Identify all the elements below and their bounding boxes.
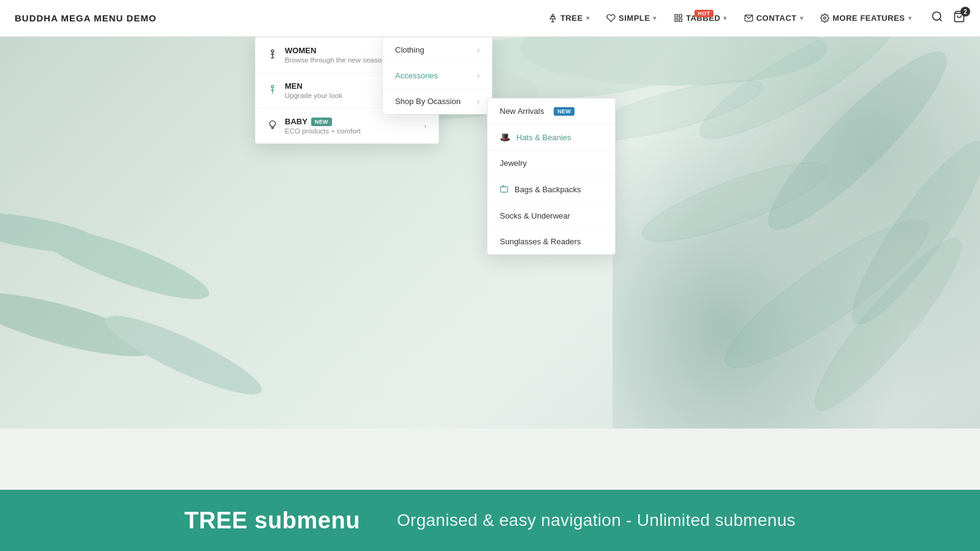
clothing-label: Clothing — [395, 45, 424, 54]
bag-icon — [500, 184, 508, 195]
socks-label: Socks & Underwear — [500, 211, 570, 220]
sunglasses-label: Sunglasses & Readers — [500, 237, 581, 246]
sub-menu-item-clothing[interactable]: Clothing › — [383, 37, 492, 63]
baby-chevron: › — [424, 122, 426, 130]
svg-point-25 — [271, 50, 274, 52]
nav-item-tabbed[interactable]: HOT TABBED ▾ — [666, 9, 734, 28]
gear-icon — [820, 13, 829, 23]
shop-by-occasion-chevron: › — [477, 97, 480, 106]
simple-chevron: ▾ — [653, 15, 657, 21]
simple-label: SIMPLE — [619, 13, 650, 23]
more-features-label: MORE FEATURES — [832, 13, 905, 23]
baby-new-badge: NEW — [311, 118, 332, 126]
nav-item-more-features[interactable]: MORE FEATURES ▾ — [813, 9, 919, 28]
tree-icon — [548, 13, 557, 23]
women-icon — [268, 49, 277, 61]
svg-point-7 — [824, 17, 826, 20]
men-text: MEN Upgrade your look — [285, 81, 342, 99]
baby-icon — [268, 120, 277, 132]
sub-menu-item-accessories[interactable]: Accessories › — [383, 63, 492, 89]
hot-badge: HOT — [695, 10, 714, 17]
men-subtitle: Upgrade your look — [285, 92, 342, 99]
svg-rect-29 — [500, 187, 508, 192]
svg-rect-3 — [679, 15, 682, 17]
sub-menu-level3: New Arrivals NEW 🎩 Hats & Beanies Jewelr… — [487, 98, 616, 255]
grid-icon — [674, 13, 683, 23]
tree-label: TREE — [560, 13, 583, 23]
new-arrivals-label: New Arrivals — [500, 107, 544, 116]
hat-icon: 🎩 — [500, 132, 510, 142]
tabbed-chevron: ▾ — [723, 15, 727, 21]
header-icons: 2 — [931, 10, 965, 26]
cart-icon-button[interactable]: 2 — [953, 10, 965, 26]
more-features-chevron: ▾ — [908, 15, 912, 21]
sub-menu-item-socks-underwear[interactable]: Socks & Underwear — [488, 203, 615, 229]
svg-rect-5 — [679, 19, 682, 21]
nav-item-contact[interactable]: CONTACT ▾ — [737, 9, 811, 28]
contact-chevron: ▾ — [800, 15, 804, 21]
accessories-chevron: › — [477, 72, 480, 80]
baby-title: BABY NEW — [285, 117, 361, 126]
svg-point-8 — [933, 12, 941, 20]
logo: BUDDHA MEGA MENU DEMO — [15, 13, 157, 23]
cart-count: 2 — [960, 7, 970, 17]
hats-beanies-label: Hats & Beanies — [516, 133, 571, 142]
bags-label: Bags & Backpacks — [514, 185, 581, 194]
accessories-label: Accessories — [395, 71, 438, 80]
baby-subtitle: ECO products + comfort — [285, 127, 361, 135]
contact-label: CONTACT — [756, 13, 797, 23]
tree-chevron: ▾ — [586, 15, 590, 21]
sub-menu-item-shop-by-occasion[interactable]: Shop By Ocassion › — [383, 89, 492, 114]
sub-menu-item-new-arrivals[interactable]: New Arrivals NEW — [488, 99, 615, 124]
clothing-chevron: › — [477, 46, 480, 54]
svg-line-9 — [940, 19, 942, 21]
sub-menu-item-hats-beanies[interactable]: 🎩 Hats & Beanies — [488, 124, 615, 151]
shop-by-occasion-label: Shop By Ocassion — [395, 97, 461, 106]
nav: TREE ▾ SIMPLE ▾ HOT TABBED ▾ CONTACT ▾ M… — [541, 9, 919, 28]
sub-menu-item-jewelry[interactable]: Jewelry — [488, 151, 615, 176]
header: BUDDHA MEGA MENU DEMO TREE ▾ SIMPLE ▾ HO… — [0, 0, 980, 37]
men-icon — [268, 84, 277, 97]
mail-icon — [744, 13, 753, 23]
nav-item-simple[interactable]: SIMPLE ▾ — [599, 9, 664, 28]
search-icon-button[interactable] — [931, 10, 943, 26]
jewelry-label: Jewelry — [500, 159, 527, 168]
sub-menu-level2: Clothing › Accessories › Shop By Ocassio… — [382, 37, 492, 114]
sub-menu-item-sunglasses-readers[interactable]: Sunglasses & Readers — [488, 229, 615, 254]
new-arrivals-badge: NEW — [554, 107, 575, 116]
sub-menu-item-bags-backpacks[interactable]: Bags & Backpacks — [488, 176, 615, 203]
men-title: MEN — [285, 81, 342, 91]
heart-icon — [606, 13, 616, 23]
svg-rect-2 — [675, 15, 677, 17]
svg-point-26 — [271, 85, 274, 88]
svg-rect-4 — [675, 19, 677, 21]
nav-item-tree[interactable]: TREE ▾ — [541, 9, 597, 28]
baby-text: BABY NEW ECO products + comfort — [285, 117, 361, 135]
